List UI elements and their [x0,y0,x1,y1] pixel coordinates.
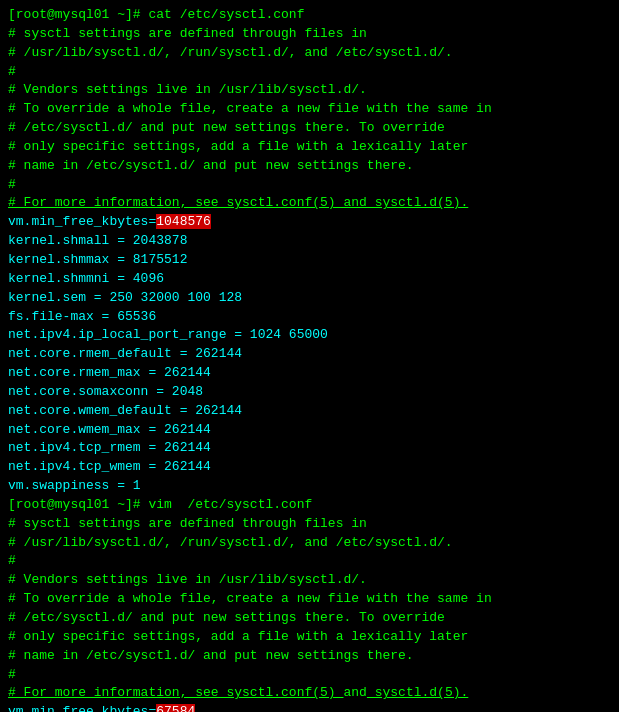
net-core-rmem-default-1: net.core.rmem_default = 262144 [8,345,611,364]
s2-comment-line-2: # /usr/lib/sysctl.d/, /run/sysctl.d/, an… [8,534,611,553]
s2-comment-line-5: # To override a whole file, create a new… [8,590,611,609]
vm-swappiness-1: vm.swappiness = 1 [8,477,611,496]
net-ipv4-tcp-wmem-1: net.ipv4.tcp_wmem = 262144 [8,458,611,477]
net-core-somaxconn-1: net.core.somaxconn = 2048 [8,383,611,402]
comment-line-9: # [8,176,611,195]
s2-comment-line-9: # [8,666,611,685]
s2-comment-line-6: # /etc/sysctl.d/ and put new settings th… [8,609,611,628]
s2-comment-underline-line: # For more information, see sysctl.conf(… [8,684,611,703]
net-ipv4-portrange-1: net.ipv4.ip_local_port_range = 1024 6500… [8,326,611,345]
fs-filemax-1: fs.file-max = 65536 [8,308,611,327]
vm-min-free-kbytes-2: vm.min_free_kbytes=67584 [8,703,611,712]
comment-line-6: # /etc/sysctl.d/ and put new settings th… [8,119,611,138]
prompt-line-1: [root@mysql01 ~]# cat /etc/sysctl.conf [8,6,611,25]
s2-comment-line-3: # [8,552,611,571]
s2-comment-line-4: # Vendors settings live in /usr/lib/sysc… [8,571,611,590]
terminal: [root@mysql01 ~]# cat /etc/sysctl.conf #… [8,6,611,712]
comment-underline-line-1: # For more information, see sysctl.conf(… [8,194,611,213]
s2-comment-line-7: # only specific settings, add a file wit… [8,628,611,647]
net-core-wmem-max-1: net.core.wmem_max = 262144 [8,421,611,440]
net-ipv4-tcp-rmem-1: net.ipv4.tcp_rmem = 262144 [8,439,611,458]
net-core-rmem-max-1: net.core.rmem_max = 262144 [8,364,611,383]
comment-line-5: # To override a whole file, create a new… [8,100,611,119]
kernel-shmall-1: kernel.shmall = 2043878 [8,232,611,251]
comment-line-4: # Vendors settings live in /usr/lib/sysc… [8,81,611,100]
net-core-wmem-default-1: net.core.wmem_default = 262144 [8,402,611,421]
s2-comment-line-1: # sysctl settings are defined through fi… [8,515,611,534]
comment-line-8: # name in /etc/sysctl.d/ and put new set… [8,157,611,176]
comment-line-3: # [8,63,611,82]
kernel-sem-1: kernel.sem = 250 32000 100 128 [8,289,611,308]
s2-comment-line-8: # name in /etc/sysctl.d/ and put new set… [8,647,611,666]
comment-line-7: # only specific settings, add a file wit… [8,138,611,157]
kernel-shmmax-1: kernel.shmmax = 8175512 [8,251,611,270]
vm-min-free-kbytes-1: vm.min_free_kbytes=1048576 [8,213,611,232]
comment-line-2: # /usr/lib/sysctl.d/, /run/sysctl.d/, an… [8,44,611,63]
kernel-shmmni-1: kernel.shmmni = 4096 [8,270,611,289]
prompt-line-2: [root@mysql01 ~]# vim /etc/sysctl.conf [8,496,611,515]
comment-line-1: # sysctl settings are defined through fi… [8,25,611,44]
